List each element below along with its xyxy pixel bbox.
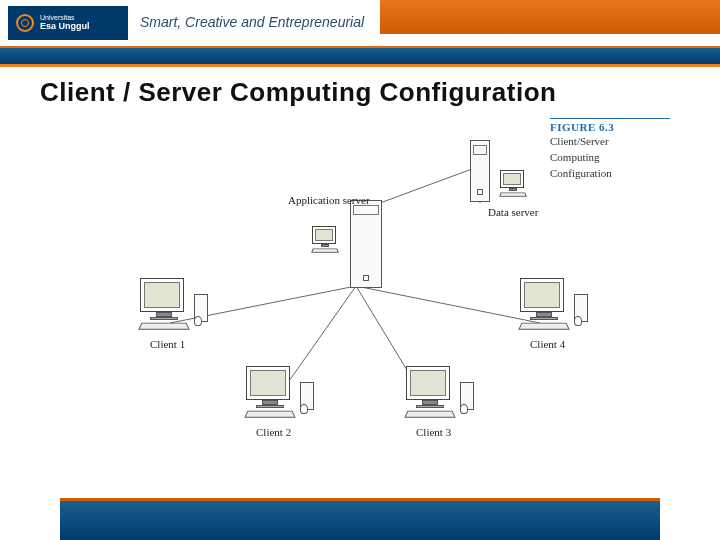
- label-client-3: Client 3: [416, 426, 451, 438]
- mouse-icon: [194, 316, 202, 326]
- figure-title-l2: Computing: [550, 151, 670, 165]
- monitor-icon: [312, 226, 336, 244]
- mouse-icon: [300, 404, 308, 414]
- application-server-terminal: [312, 226, 338, 253]
- keyboard-icon: [138, 323, 189, 330]
- logo-mark-icon: [16, 14, 34, 32]
- client-4: [520, 278, 568, 330]
- slide-header: Universitas Esa Unggul Smart, Creative a…: [0, 0, 720, 48]
- keyboard-icon: [404, 411, 455, 418]
- keyboard-icon: [244, 411, 295, 418]
- data-server-terminal: [500, 170, 526, 197]
- label-data-server: Data server: [488, 206, 538, 218]
- header-orange-band: [380, 0, 720, 34]
- monitor-icon: [140, 278, 184, 312]
- figure-caption: FIGURE 6.3 Client/Server Computing Confi…: [550, 118, 670, 180]
- monitor-icon: [520, 278, 564, 312]
- tagline: Smart, Creative and Entrepreneurial: [140, 14, 364, 30]
- client-3: [406, 366, 454, 418]
- keyboard-icon: [518, 323, 569, 330]
- label-client-2: Client 2: [256, 426, 291, 438]
- label-client-4: Client 4: [530, 338, 565, 350]
- server-tower-icon: [470, 140, 490, 202]
- monitor-icon: [500, 170, 524, 188]
- slide-title: Client / Server Computing Configuration: [0, 67, 720, 114]
- mouse-icon: [574, 316, 582, 326]
- label-client-1: Client 1: [150, 338, 185, 350]
- brand-logo: Universitas Esa Unggul: [8, 6, 128, 40]
- brand-name: Esa Unggul: [40, 21, 90, 31]
- label-app-server: Application server: [288, 194, 370, 206]
- monitor-icon: [406, 366, 450, 400]
- header-blue-band: [0, 48, 720, 64]
- figure-number: FIGURE 6.3: [550, 121, 670, 133]
- diagram: FIGURE 6.3 Client/Server Computing Confi…: [50, 108, 670, 478]
- client-1: [140, 278, 188, 330]
- monitor-icon: [246, 366, 290, 400]
- client-2: [246, 366, 294, 418]
- keyboard-icon: [499, 192, 527, 196]
- figure-title-l3: Configuration: [550, 167, 670, 181]
- footer-blue-bar: [60, 498, 660, 540]
- figure-rule: [550, 118, 670, 119]
- slide-footer: [0, 498, 720, 540]
- mouse-icon: [460, 404, 468, 414]
- svg-line-3: [356, 286, 540, 323]
- keyboard-icon: [311, 248, 339, 252]
- figure-title-l1: Client/Server: [550, 135, 670, 149]
- application-server: [350, 200, 382, 288]
- brand-text: Universitas Esa Unggul: [40, 14, 90, 32]
- data-server: [470, 140, 490, 202]
- server-tower-icon: [350, 200, 382, 288]
